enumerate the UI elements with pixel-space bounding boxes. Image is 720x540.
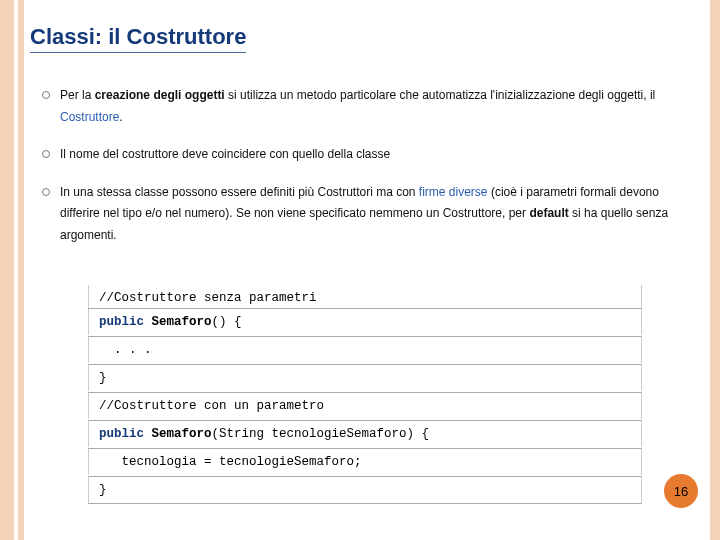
- text-blue: Costruttore: [60, 110, 119, 124]
- text-blue: firme diverse: [419, 185, 488, 199]
- kw: public: [99, 427, 144, 441]
- text: In una stessa classe possono essere defi…: [60, 185, 419, 199]
- code-row-2: . . .: [88, 336, 642, 363]
- bullet-list: Per la creazione degli oggetti si utiliz…: [40, 85, 690, 263]
- code-row-5: public Semaforo(String tecnologieSemafor…: [88, 420, 642, 447]
- bullet-1: Per la creazione degli oggetti si utiliz…: [40, 85, 690, 128]
- code-row-3: }: [88, 364, 642, 391]
- kw: public: [99, 315, 144, 329]
- decor-stripe-left-2: [18, 0, 24, 540]
- cls: Semaforo: [144, 427, 212, 441]
- code-row-7: }: [88, 476, 642, 504]
- rest: () {: [212, 315, 242, 329]
- text-bold: creazione degli oggetti: [95, 88, 225, 102]
- text-bold: default: [529, 206, 568, 220]
- decor-stripe-right: [710, 0, 720, 540]
- text: .: [119, 110, 122, 124]
- text: si utilizza un metodo particolare che au…: [225, 88, 656, 102]
- code-row-6: tecnologia = tecnologieSemaforo;: [88, 448, 642, 475]
- code-row-4: //Costruttore con un parametro: [88, 392, 642, 419]
- page-title: Classi: il Costruttore: [30, 24, 246, 53]
- code-row-1: public Semaforo() {: [88, 308, 642, 335]
- cls: Semaforo: [144, 315, 212, 329]
- page-number-badge: 16: [664, 474, 698, 508]
- bullet-2: Il nome del costruttore deve coincidere …: [40, 144, 690, 166]
- rest: (String tecnologieSemaforo) {: [212, 427, 430, 441]
- text: Per la: [60, 88, 95, 102]
- bullet-3: In una stessa classe possono essere defi…: [40, 182, 690, 247]
- decor-stripe-left-1: [0, 0, 14, 540]
